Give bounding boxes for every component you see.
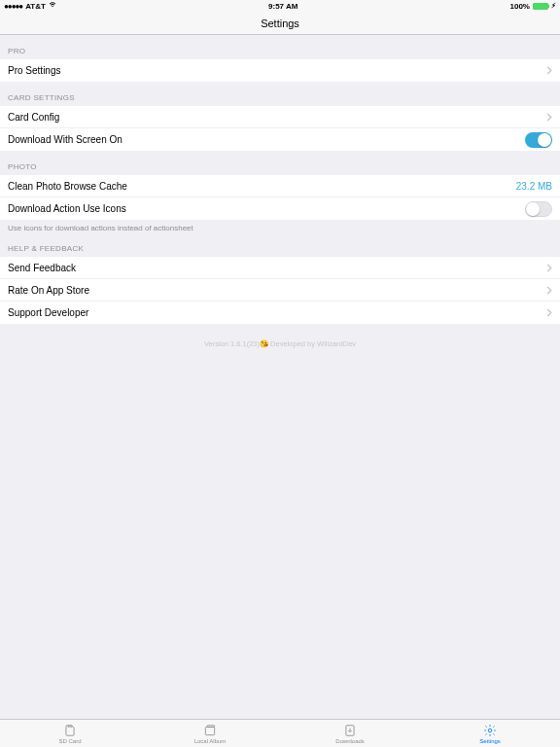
chevron-right-icon [546,66,552,75]
cache-size: 23.2 MB [516,181,552,192]
toggle-download-screen-on[interactable] [525,132,552,148]
nav-bar: Settings [0,12,560,35]
album-icon [203,724,217,737]
tab-sdcard[interactable]: SD Card [0,720,140,747]
row-download-screen-on[interactable]: Download With Screen On [0,128,560,151]
version-text: Version 1.6.1(23) [204,339,260,348]
chevron-right-icon [546,113,552,122]
tab-label: Downloads [335,738,365,744]
row-label: Rate On App Store [8,285,89,296]
row-label: Card Config [8,112,59,123]
row-label: Download With Screen On [8,134,122,145]
row-label: Send Feedback [8,263,76,273]
chevron-right-icon [546,308,552,317]
tab-settings[interactable]: Settings [420,720,560,747]
status-time: 9:57 AM [268,2,298,11]
signal-dots-icon: ●●●●● [4,2,22,11]
chevron-right-icon [546,286,552,295]
gear-icon [483,724,497,737]
tab-label: SD Card [58,738,81,744]
emoji-icon: 😘 [260,339,268,348]
row-label: Clean Photo Browse Cache [8,181,127,192]
tab-downloads[interactable]: Downloads [280,720,420,747]
tab-local-album[interactable]: Local Album [140,720,280,747]
battery-percent: 100% [510,2,530,11]
svg-point-3 [488,729,492,732]
version-footer: Version 1.6.1(23)😘 Developed by Wilizard… [0,324,560,364]
row-clean-cache[interactable]: Clean Photo Browse Cache23.2 MB [0,175,560,197]
section-header: PHOTO [0,151,560,175]
sd-card-icon [63,724,77,737]
row-support[interactable]: Support Developer [0,302,560,324]
charging-icon: ⚡︎ [551,2,556,10]
page-title: Settings [261,18,299,29]
list-group: Clean Photo Browse Cache23.2 MBDownload … [0,175,560,220]
section-header: CARD SETTINGS [0,82,560,106]
row-pro-settings[interactable]: Pro Settings [0,59,560,82]
tab-label: Settings [479,738,501,744]
section-header: PRO [0,35,560,59]
section-header: HELP & FEEDBACK [0,232,560,257]
list-group: Send FeedbackRate On App StoreSupport De… [0,257,560,324]
row-card-config[interactable]: Card Config [0,106,560,128]
carrier-label: AT&T [25,2,46,11]
toggle-download-action-icons[interactable] [525,201,552,217]
list-group: Pro Settings [0,59,560,82]
svg-rect-1 [207,725,215,727]
wifi-icon [49,1,56,11]
row-label: Pro Settings [8,65,60,76]
tab-label: Local Album [194,738,227,744]
svg-rect-0 [205,727,214,734]
developer-text: Developed by WilizardDev [268,339,356,348]
row-send-feedback[interactable]: Send Feedback [0,257,560,279]
section-footer: Use icons for download actions instead o… [0,220,560,232]
chevron-right-icon [546,264,552,272]
row-label: Support Developer [8,307,88,318]
download-icon [343,724,357,737]
settings-content: PROPro SettingsCARD SETTINGSCard ConfigD… [0,35,560,324]
status-bar: ●●●●● AT&T 9:57 AM 100% ⚡︎ [0,0,560,12]
tab-bar: SD Card Local Album Downloads Settings [0,719,560,747]
row-download-action-icons[interactable]: Download Action Use Icons [0,197,560,220]
list-group: Card ConfigDownload With Screen On [0,106,560,151]
row-label: Download Action Use Icons [8,203,126,214]
battery-icon [533,3,548,10]
row-rate[interactable]: Rate On App Store [0,279,560,302]
